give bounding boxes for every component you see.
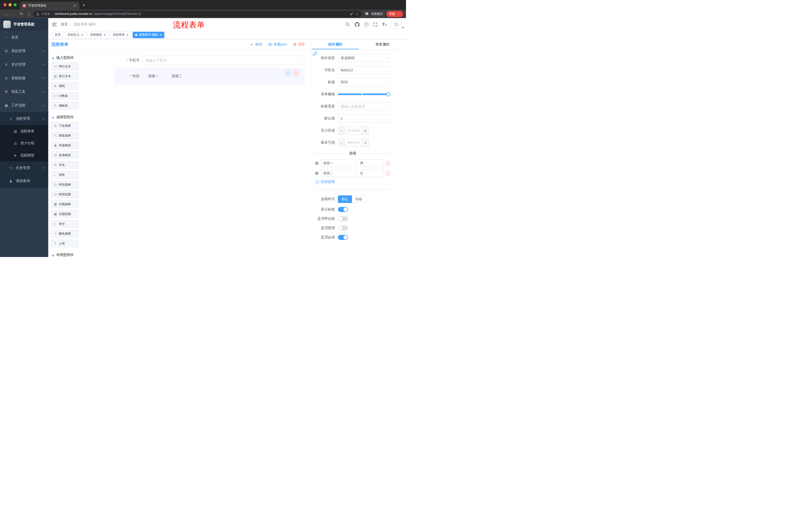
browser-tab[interactable]: 芋道管理系统 ✕ <box>20 2 79 9</box>
sidebar-item-system-management[interactable]: ⚙ 系统管理 <box>0 44 48 58</box>
palette-item-time-range[interactable]: ◶时间范围 <box>51 191 79 198</box>
grid-slider[interactable] <box>338 90 390 98</box>
sidebar-item-task-management[interactable]: ⌥ 任务管理 <box>0 161 48 174</box>
sidebar-item-user-group[interactable]: ◎ 用户分组 <box>0 137 48 150</box>
option1-value-input[interactable] <box>358 159 384 167</box>
github-icon[interactable] <box>355 22 359 27</box>
option-style-default-button[interactable]: 默认 <box>338 195 352 203</box>
title-input[interactable] <box>338 78 390 86</box>
palette-item-date-picker[interactable]: ▦日期选择 <box>51 200 79 208</box>
palette-item-date-range[interactable]: ▩日期范围 <box>51 210 79 218</box>
gender-option2-checkbox[interactable]: 选项二 <box>166 74 182 78</box>
phone-input[interactable] <box>142 56 304 65</box>
component-type-value[interactable] <box>338 54 390 62</box>
field-name-input[interactable] <box>338 66 390 74</box>
drag-handle-icon[interactable] <box>315 161 319 165</box>
palette-item-time-picker[interactable]: ◷时间选择 <box>51 181 79 188</box>
copy-field-button[interactable] <box>285 70 291 76</box>
sidebar-item-workflow[interactable]: ▣ 工作流程 <box>0 99 48 112</box>
remove-option-icon[interactable]: − <box>386 161 390 165</box>
tag-process-form-edit[interactable]: 流程表单-编辑 ✕ <box>133 32 164 38</box>
disabled-toggle[interactable] <box>338 225 348 231</box>
save-button[interactable]: 保存 <box>250 42 262 47</box>
option2-value-input[interactable] <box>358 169 384 177</box>
sidebar-item-process-form[interactable]: ▤ 流程表单 <box>0 125 48 137</box>
tab-component-properties[interactable]: 组件属性 <box>312 39 359 49</box>
field-link-icon[interactable] <box>313 51 317 57</box>
add-option-button[interactable]: + 添加选项 <box>315 180 390 184</box>
new-tab-button[interactable]: + <box>79 2 88 9</box>
close-icon[interactable]: ✕ <box>126 33 128 37</box>
help-icon[interactable] <box>364 22 369 27</box>
slider-handle[interactable] <box>386 92 390 96</box>
minimize-window-button[interactable] <box>8 3 11 6</box>
tab-form-properties[interactable]: 表单属性 <box>359 39 406 49</box>
component-type-select[interactable] <box>338 54 390 62</box>
form-canvas[interactable]: 手机号 <box>112 50 312 257</box>
option2-label-input[interactable] <box>321 169 356 177</box>
palette-item-select[interactable]: ◎下拉选择 <box>51 122 79 130</box>
reload-icon[interactable]: ↻ <box>18 10 25 17</box>
browser-menu-icon[interactable]: ⋮ <box>397 12 400 16</box>
minus-button[interactable]: − <box>338 139 345 146</box>
delete-field-button[interactable] <box>293 70 299 76</box>
palette-item-checkbox-group[interactable]: ☑多选框组 <box>51 152 79 159</box>
sidebar-item-process-management[interactable]: ≡ 流程管理 <box>0 112 48 125</box>
required-toggle[interactable] <box>338 235 348 240</box>
close-window-button[interactable] <box>3 3 6 6</box>
sidebar-item-infrastructure[interactable]: ⊡ 基础设施 <box>0 72 48 85</box>
label-width-input[interactable] <box>338 102 390 110</box>
plus-button[interactable]: + <box>362 139 369 146</box>
sidebar-item-home[interactable]: ◔ 首页 <box>0 31 48 44</box>
breadcrumb-home[interactable]: 首页 <box>61 22 68 27</box>
zoom-window-button[interactable] <box>13 3 17 6</box>
password-key-icon[interactable] <box>350 12 353 16</box>
palette-item-color-picker[interactable]: ◑颜色选择 <box>51 230 79 237</box>
palette-item-multi-line-text[interactable]: ▤多行文本 <box>51 73 79 80</box>
palette-item-single-line-text[interactable]: ▭单行文本 <box>51 63 79 70</box>
with-border-toggle[interactable] <box>338 216 348 221</box>
gender-option1-checkbox[interactable]: 选项一 <box>142 74 158 78</box>
palette-item-radio-group[interactable]: ◉单选框组 <box>51 141 79 149</box>
palette-item-editor[interactable]: ✎编辑器 <box>51 102 79 109</box>
forward-icon[interactable]: → <box>10 10 17 17</box>
palette-item-slider[interactable]: ↔滑块 <box>51 171 79 179</box>
tag-process-model[interactable]: 流程模型 ✕ <box>87 32 109 38</box>
max-select-value[interactable]: 最多可选 <box>345 139 362 146</box>
fullscreen-icon[interactable] <box>373 22 378 27</box>
tag-process-form[interactable]: 流程表单 ✕ <box>110 32 131 38</box>
clear-button[interactable]: 清空 <box>293 42 305 47</box>
sidebar-item-leave-query[interactable]: ♟ 请假查询 <box>0 174 48 188</box>
close-icon[interactable]: ✕ <box>81 33 83 37</box>
security-label[interactable]: 不安全 <box>41 12 50 16</box>
sidebar-item-payment-management[interactable]: ¥ 支付管理 <box>0 58 48 72</box>
back-icon[interactable]: ← <box>3 10 9 17</box>
hamburger-icon[interactable] <box>50 20 59 29</box>
option1-label-input[interactable] <box>321 159 356 167</box>
tag-process-definition[interactable]: 流程定义 ✕ <box>65 32 86 38</box>
tab-close-icon[interactable]: ✕ <box>73 4 77 8</box>
bookmark-star-icon[interactable]: ☆ <box>355 12 358 16</box>
palette-item-counter[interactable]: 123计数器 <box>51 92 79 100</box>
sidebar-item-process-model[interactable]: ➤ 流程模型 <box>0 150 48 161</box>
default-value-input[interactable] <box>338 114 390 123</box>
address-bar[interactable]: 不安全 | dashboard.yudao.iocoder.cn /bpm/ma… <box>33 11 361 17</box>
close-icon[interactable]: ✕ <box>159 33 162 37</box>
avatar[interactable] <box>392 20 402 29</box>
view-json-button[interactable]: 查看json <box>268 42 287 47</box>
palette-item-password[interactable]: ⊛密码 <box>51 82 79 90</box>
search-icon[interactable] <box>345 22 350 27</box>
field-gender-selected[interactable]: 性别 选项一 选项二 <box>114 67 304 85</box>
minus-button[interactable]: − <box>338 127 345 134</box>
field-phone[interactable]: 手机号 <box>114 56 304 65</box>
show-label-toggle[interactable] <box>338 207 348 212</box>
palette-item-upload[interactable]: ⇧上传 <box>51 240 79 247</box>
home-icon[interactable]: ⌂ <box>26 10 32 17</box>
min-select-value[interactable]: 至少应选 <box>345 127 362 134</box>
font-size-icon[interactable] <box>382 22 387 27</box>
plus-button[interactable]: + <box>362 127 369 134</box>
browser-update-button[interactable]: 更新 ⋮ <box>386 11 403 17</box>
palette-item-rate[interactable]: ☆评分 <box>51 220 79 227</box>
option-style-button-button[interactable]: 按钮 <box>352 195 366 203</box>
sidebar-logo[interactable]: 芋道管理系统 <box>0 18 48 31</box>
